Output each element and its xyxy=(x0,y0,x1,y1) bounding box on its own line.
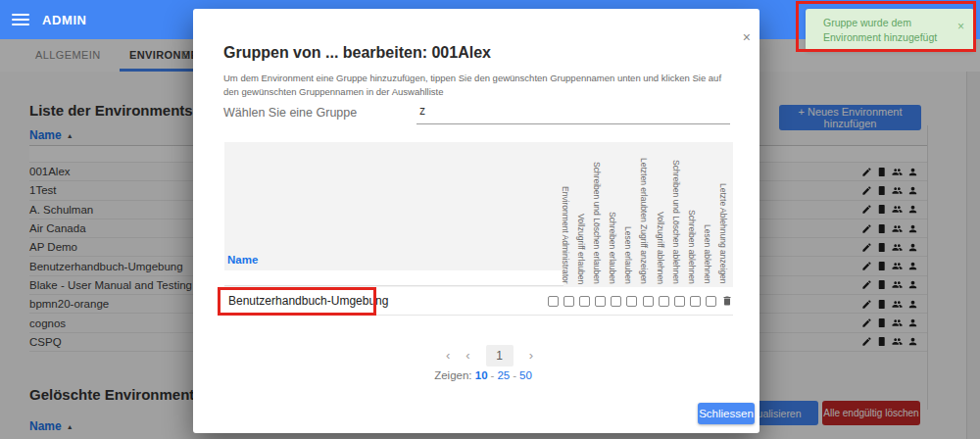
menu-icon[interactable] xyxy=(12,14,29,25)
permission-checkbox[interactable] xyxy=(579,296,590,307)
modal-name-filter-input[interactable] xyxy=(224,270,564,286)
page-size-25[interactable]: 25 xyxy=(497,369,510,381)
permission-checkbox[interactable] xyxy=(643,296,654,307)
modal-name-column-header[interactable]: Name xyxy=(227,254,258,266)
modal-title: Gruppen von ... bearbeiten: 001Alex xyxy=(223,44,491,62)
annotation-box-toast xyxy=(796,1,976,52)
permission-column-header: Letzte Ablehnung anzeigen xyxy=(715,183,731,284)
pagination: ‹ ‹ 1 › xyxy=(446,345,533,366)
permission-column-header: Schreiben erlauben xyxy=(605,212,620,284)
permission-column-header: Vollzugriff ablehnen xyxy=(652,212,667,284)
permission-column-headers: Environment Administrator Vollzugriff er… xyxy=(557,158,731,284)
permission-checkbox[interactable] xyxy=(674,296,685,307)
page-size-selector: Zeigen: 10-25-50 xyxy=(193,369,760,381)
permission-column-header: Schreiben und Löschen erlauben xyxy=(588,162,604,284)
permission-column-header: Lesen erlauben xyxy=(620,226,636,284)
permission-column-header: Lesen ablehnen xyxy=(700,224,715,284)
permission-checkbox[interactable] xyxy=(595,296,606,307)
current-page-button[interactable]: 1 xyxy=(486,345,514,366)
close-modal-button[interactable]: Schliessen xyxy=(698,403,755,424)
permission-checkbox[interactable] xyxy=(626,296,637,307)
prev-page-icon[interactable]: ‹ xyxy=(466,345,469,366)
page-size-label: Zeigen: xyxy=(434,369,471,381)
permission-column-header: Environment Administrator xyxy=(557,186,572,284)
first-page-icon[interactable]: ‹ xyxy=(446,345,450,366)
permission-checkbox[interactable] xyxy=(611,296,621,307)
group-select-label: Wählen Sie eine Gruppe xyxy=(223,106,357,120)
permission-checkbox[interactable] xyxy=(690,296,701,307)
delete-group-icon[interactable] xyxy=(721,295,733,307)
permission-column-header: Letzten erlaubten Zugriff anzeigen xyxy=(636,158,652,284)
page-size-10[interactable]: 10 xyxy=(475,369,488,381)
permission-column-header: Vollzugriff erlauben xyxy=(572,214,588,284)
permission-checkbox[interactable] xyxy=(659,296,669,307)
page-size-50[interactable]: 50 xyxy=(519,369,532,381)
permissions-table-header: Name Environment Administrator Vollzugri… xyxy=(224,142,733,287)
next-page-icon[interactable]: › xyxy=(529,345,533,366)
permission-column-header: Schreiben ablehnen xyxy=(683,210,699,284)
close-icon[interactable]: × xyxy=(743,30,751,44)
permission-checkbox[interactable] xyxy=(548,296,559,307)
admin-page: ADMIN ALLGEMEIN ENVIRONMENT E Liste der … xyxy=(0,0,980,439)
group-search-input[interactable] xyxy=(416,99,730,124)
permission-column-header: Schreiben und Löschen ablehnen xyxy=(667,160,683,284)
app-title: ADMIN xyxy=(42,13,87,27)
permission-checkboxes xyxy=(545,295,733,307)
permission-checkbox[interactable] xyxy=(564,296,574,307)
annotation-box-row xyxy=(218,287,376,316)
permission-checkbox[interactable] xyxy=(706,296,716,307)
modal-description: Um dem Environment eine Gruppe hinzuzufü… xyxy=(223,72,735,99)
edit-groups-modal: × Gruppen von ... bearbeiten: 001Alex Um… xyxy=(193,9,760,433)
